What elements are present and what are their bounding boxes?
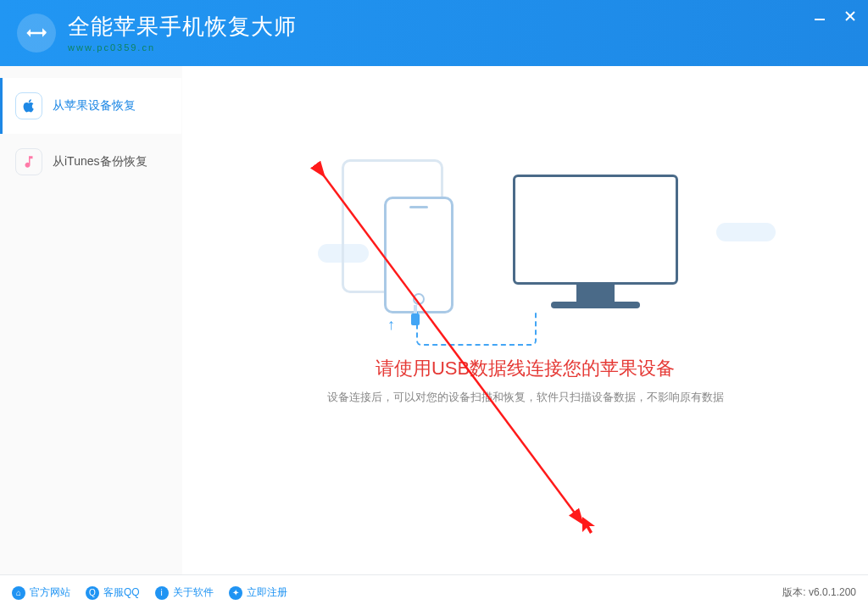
version-label: 版本: v6.0.1.200	[782, 585, 856, 600]
minimize-button[interactable]	[809, 5, 831, 27]
arrow-up-icon: ↑	[387, 316, 395, 334]
close-button[interactable]	[839, 5, 861, 27]
app-title: 全能苹果手机恢复大师	[68, 12, 297, 42]
apple-icon	[15, 92, 42, 119]
sidebar: 从苹果设备恢复 从iTunes备份恢复	[0, 66, 182, 574]
app-logo-icon	[17, 14, 56, 53]
primary-message: 请使用USB数据线连接您的苹果设备	[182, 356, 868, 381]
monitor-icon	[513, 175, 678, 285]
secondary-message: 设备连接后，可以对您的设备扫描和恢复，软件只扫描设备数据，不影响原有数据	[182, 390, 868, 405]
footer-link-qq[interactable]: Q 客服QQ	[86, 585, 140, 600]
music-note-icon	[15, 148, 42, 175]
footer-link-website[interactable]: ⌂ 官方网站	[12, 585, 70, 600]
footer: ⌂ 官方网站 Q 客服QQ i 关于软件 ✦ 立即注册 版本: v6.0.1.2…	[0, 574, 868, 610]
titlebar: 全能苹果手机恢复大师 www.pc0359.cn	[0, 0, 868, 66]
main-panel: ↑ 请使用USB数据线连接您的苹果设备 设备连接后，可以对您的设备扫描和恢复，软…	[182, 66, 868, 574]
usb-cable-icon	[416, 312, 537, 346]
watermark-url: www.pc0359.cn	[68, 42, 155, 53]
connection-illustration: ↑	[318, 159, 725, 329]
qq-icon: Q	[86, 586, 99, 600]
sidebar-item-label: 从iTunes备份恢复	[53, 154, 147, 169]
footer-link-register[interactable]: ✦ 立即注册	[229, 585, 287, 600]
sidebar-item-device-recovery[interactable]: 从苹果设备恢复	[0, 78, 181, 134]
footer-link-about[interactable]: i 关于软件	[155, 585, 214, 600]
phone-icon	[384, 197, 453, 313]
user-icon: ✦	[229, 586, 242, 600]
info-icon: i	[155, 586, 169, 600]
sidebar-item-label: 从苹果设备恢复	[53, 98, 136, 114]
sidebar-item-itunes-recovery[interactable]: 从iTunes备份恢复	[0, 134, 181, 190]
svg-rect-0	[815, 19, 825, 20]
cursor-icon	[581, 515, 598, 535]
home-icon: ⌂	[12, 586, 25, 600]
